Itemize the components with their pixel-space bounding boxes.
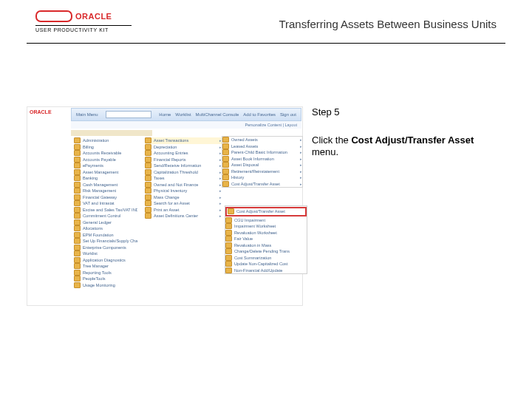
folder-icon — [225, 217, 232, 223]
menu-item[interactable]: Allocations — [74, 225, 137, 232]
folder-icon — [74, 219, 81, 225]
menu-item[interactable]: Impairment Worksheet — [225, 223, 307, 230]
nav-console[interactable]: MultiChannel Console — [196, 112, 239, 117]
menu-item[interactable]: General Ledger — [74, 219, 137, 226]
menu-item[interactable]: Set Up Financials/Supply Chain — [74, 238, 137, 245]
menu-col-3: Owned Assets▸Leased Assets▸Parent-Child … — [222, 137, 302, 187]
menu-item[interactable]: Fair Value — [225, 236, 307, 242]
menu-item[interactable]: EPM Foundation — [74, 232, 137, 239]
menu-item[interactable]: Asset Definitions Center▸ — [145, 213, 222, 219]
nav-signout[interactable]: Sign out — [280, 112, 296, 117]
folder-icon — [222, 168, 229, 174]
menu-item[interactable]: ePayments — [74, 163, 137, 169]
menu-col-2: Asset Transactions▸Depreciation▸Accounti… — [145, 137, 222, 219]
nav-home[interactable]: Home — [159, 112, 171, 117]
menu-item[interactable]: Mass Change▸ — [145, 194, 222, 201]
menu-item[interactable]: VAT and Intrastat — [74, 200, 137, 207]
menu-item-label: Asset Transactions — [154, 138, 188, 143]
menu-item[interactable]: Print an Asset▸ — [145, 207, 222, 214]
chevron-right-icon: ▸ — [300, 175, 302, 180]
folder-icon — [225, 223, 232, 229]
menu-item-label: ePayments — [83, 163, 103, 168]
menu-item-label: Cost Adjust/Transfer Asset — [236, 209, 285, 214]
menu-item-label: Non-Financial Add/Update — [234, 268, 282, 273]
folder-icon — [74, 270, 81, 276]
menu-item[interactable]: Send/Receive Information▸ — [145, 163, 222, 169]
menu-item[interactable]: Asset Transactions▸ — [145, 137, 222, 144]
menu-item[interactable]: Update Non-Capitalized Cost — [225, 261, 307, 267]
menu-item-label: Cash Management — [83, 183, 117, 187]
chevron-right-icon: ▸ — [219, 188, 222, 193]
menu-item[interactable]: Application Diagnostics — [74, 257, 137, 264]
folder-icon — [74, 188, 81, 194]
menu-item[interactable]: Revaluation Worksheet — [225, 230, 307, 236]
app-screenshot: ORACLE Main Menu Home Worklist MultiChan… — [27, 106, 303, 306]
menu-item[interactable]: History▸ — [222, 174, 302, 181]
folder-icon — [74, 144, 81, 150]
menu-item[interactable]: Enterprise Components — [74, 245, 137, 251]
menu-item-highlighted[interactable]: Cost Adjust/Transfer Asset — [225, 207, 307, 216]
folder-icon — [74, 238, 81, 244]
menu-item[interactable]: Accounts Payable — [74, 157, 137, 163]
folder-icon — [145, 150, 151, 156]
app-topbar: Main Menu Home Worklist MultiChannel Con… — [71, 108, 301, 121]
menu-item[interactable]: Leased Assets▸ — [222, 143, 302, 150]
menu-item[interactable]: Administration — [74, 137, 137, 144]
menu-item[interactable]: Cost Adjust/Transfer Asset▸ — [222, 181, 302, 188]
menu-item[interactable]: Revaluation in Mass — [225, 242, 307, 249]
menu-item[interactable]: Worklist — [74, 250, 137, 257]
menu-item[interactable]: Tree Manager — [74, 263, 137, 270]
menu-item[interactable]: Excise and Sales Tax/VAT IND — [74, 207, 137, 214]
search-input[interactable] — [106, 111, 151, 118]
folder-icon — [222, 181, 229, 187]
menu-item[interactable]: Financial Gateway — [74, 194, 137, 201]
menu-item[interactable]: Search for an Asset▸ — [145, 200, 222, 207]
menu-item[interactable]: Reporting Tools — [74, 270, 137, 276]
folder-icon — [225, 267, 232, 273]
menu-item[interactable]: Asset Book Information▸ — [222, 156, 302, 163]
folder-icon — [74, 150, 81, 156]
menu-item[interactable]: Billing — [74, 144, 137, 151]
menu-item[interactable]: Taxes▸ — [145, 175, 222, 182]
chevron-right-icon: ▸ — [219, 201, 222, 205]
menu-item[interactable]: Risk Management — [74, 188, 137, 194]
folder-icon — [74, 200, 81, 206]
menu-item[interactable]: Financial Reports▸ — [145, 157, 222, 163]
folder-icon — [74, 207, 81, 213]
menu-item-label: Enterprise Components — [83, 245, 126, 250]
menu-item[interactable]: Asset Management — [74, 169, 137, 176]
menu-item-label: Change/Delete Pending Trans — [234, 249, 290, 253]
menu-item[interactable]: Commitment Control — [74, 213, 137, 219]
chevron-right-icon: ▸ — [300, 163, 302, 167]
brand-word: ORACLE — [75, 12, 112, 21]
menu-item[interactable]: Accounting Entries▸ — [145, 150, 222, 157]
menu-item[interactable]: Owned Assets▸ — [222, 137, 302, 143]
menu-item[interactable]: CGU Impairment — [225, 217, 307, 224]
menu-item-label: Banking — [83, 176, 98, 180]
menu-item[interactable]: Accounts Receivable — [74, 150, 137, 157]
menu-item[interactable]: Parent-Child Basic Information▸ — [222, 149, 302, 156]
chevron-right-icon: ▸ — [300, 182, 302, 186]
nav-worklist[interactable]: Worklist — [175, 112, 191, 117]
menu-item[interactable]: Depreciation▸ — [145, 144, 222, 151]
menu-item[interactable]: Usage Monitoring — [74, 282, 137, 289]
menu-item[interactable]: Cost Summarization — [225, 255, 307, 262]
menu-item-label: Tree Manager — [83, 264, 109, 268]
menu-item-label: Set Up Financials/Supply Chain — [83, 239, 137, 243]
chevron-right-icon: ▸ — [300, 169, 302, 174]
menu-item[interactable]: Change/Delete Pending Trans — [225, 248, 307, 255]
menu-item[interactable]: Retirement/Reinstatement▸ — [222, 168, 302, 175]
menu-item[interactable]: Asset Disposal▸ — [222, 162, 302, 168]
menu-item[interactable]: Banking — [74, 175, 137, 182]
folder-icon — [222, 143, 229, 149]
menu-item[interactable]: Non-Financial Add/Update — [225, 267, 307, 274]
topbar-nav: Home Worklist MultiChannel Console Add t… — [159, 112, 296, 117]
folder-icon — [222, 174, 229, 180]
menu-item[interactable]: Capitalization Threshold▸ — [145, 169, 222, 176]
nav-fav[interactable]: Add to Favorites — [243, 112, 276, 117]
menu-item[interactable]: Owned and Not Finance▸ — [145, 182, 222, 188]
menu-item[interactable]: PeopleTools — [74, 276, 137, 282]
folder-icon — [74, 282, 81, 288]
menu-item[interactable]: Physical Inventory▸ — [145, 188, 222, 194]
menu-item[interactable]: Cash Management — [74, 182, 137, 188]
